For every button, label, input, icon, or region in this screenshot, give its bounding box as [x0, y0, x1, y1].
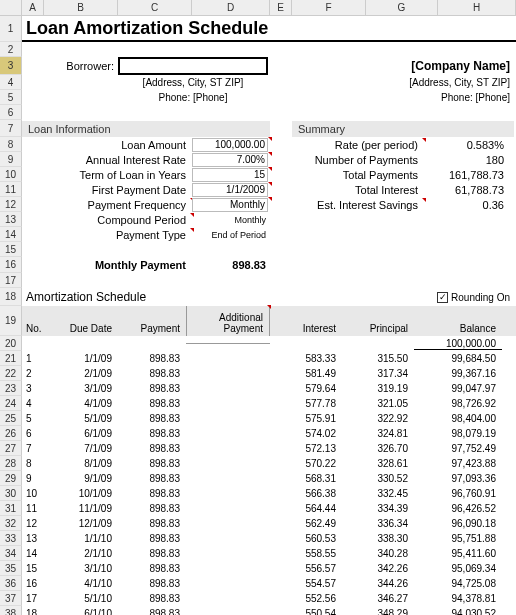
cell-principal: 348.29	[342, 608, 414, 615]
row-num[interactable]: 14	[0, 227, 22, 242]
col-d[interactable]: D	[192, 0, 270, 15]
borrower-input[interactable]	[118, 57, 268, 75]
row-num[interactable]: 13	[0, 212, 22, 227]
cell-due: 9/1/09	[52, 473, 118, 484]
cell-payment: 898.83	[118, 383, 186, 394]
row-num[interactable]: 36	[0, 576, 22, 591]
row-num[interactable]: 32	[0, 516, 22, 531]
cell-payment: 898.83	[118, 608, 186, 615]
row-num[interactable]: 38	[0, 606, 22, 615]
table-row[interactable]: 301010/1/09898.83566.38332.4596,760.91	[0, 486, 516, 501]
first-date-input[interactable]: 1/1/2009	[192, 183, 268, 197]
cell-no: 18	[22, 608, 52, 615]
row-num[interactable]: 16	[0, 257, 22, 273]
col-b[interactable]: B	[44, 0, 118, 15]
table-row[interactable]: 33131/1/10898.83560.53338.3095,751.88	[0, 531, 516, 546]
freq-select[interactable]: Monthly	[192, 198, 268, 212]
row-num[interactable]: 20	[0, 336, 22, 351]
row-num[interactable]: 27	[0, 441, 22, 456]
row-num[interactable]: 15	[0, 242, 22, 257]
row-num[interactable]: 2	[0, 42, 22, 57]
row-num[interactable]: 33	[0, 531, 22, 546]
row-num[interactable]: 7	[0, 120, 22, 137]
row-num[interactable]: 1	[0, 16, 22, 42]
cell-due: 3/1/09	[52, 383, 118, 394]
col-e[interactable]: E	[270, 0, 292, 15]
row-num[interactable]: 12	[0, 197, 22, 212]
table-row[interactable]: 2666/1/09898.83574.02324.8198,079.19	[0, 426, 516, 441]
col-h[interactable]: H	[438, 0, 516, 15]
ptype-select[interactable]: End of Period	[192, 230, 268, 240]
row-num[interactable]: 31	[0, 501, 22, 516]
table-row[interactable]: 2888/1/09898.83570.22328.6197,423.88	[0, 456, 516, 471]
table-row[interactable]: 36164/1/10898.83554.57344.2694,725.08	[0, 576, 516, 591]
table-row[interactable]: 2111/1/09898.83583.33315.5099,684.50	[0, 351, 516, 366]
row-num[interactable]: 19	[0, 306, 22, 336]
row-num[interactable]: 10	[0, 167, 22, 182]
table-row[interactable]: 2999/1/09898.83568.31330.5297,093.36	[0, 471, 516, 486]
row-num[interactable]: 35	[0, 561, 22, 576]
row-num[interactable]: 11	[0, 182, 22, 197]
row-num[interactable]: 6	[0, 105, 22, 120]
table-row[interactable]: 37175/1/10898.83552.56346.2794,378.81	[0, 591, 516, 606]
compound-select[interactable]: Monthly	[192, 215, 268, 225]
table-row[interactable]: 2777/1/09898.83572.13326.7097,752.49	[0, 441, 516, 456]
company-phone: Phone: [Phone]	[441, 92, 516, 103]
table-row[interactable]: 35153/1/10898.83556.57342.2695,069.34	[0, 561, 516, 576]
row-num[interactable]: 26	[0, 426, 22, 441]
cell-principal: 317.34	[342, 368, 414, 379]
cell-due: 4/1/09	[52, 398, 118, 409]
rounding-toggle[interactable]: ✓ Rounding On	[437, 292, 516, 303]
cell-due: 4/1/10	[52, 578, 118, 589]
loan-amount-input[interactable]: 100,000.00	[192, 138, 268, 152]
row-num[interactable]: 4	[0, 75, 22, 90]
row-num[interactable]: 5	[0, 90, 22, 105]
row-num[interactable]: 29	[0, 471, 22, 486]
table-row[interactable]: 38186/1/10898.83550.54348.2994,030.52	[0, 606, 516, 615]
page-title: Loan Amortization Schedule	[22, 16, 516, 42]
table-row[interactable]: 2555/1/09898.83575.91322.9298,404.00	[0, 411, 516, 426]
table-row[interactable]: 34142/1/10898.83558.55340.2895,411.60	[0, 546, 516, 561]
cell-principal: 324.81	[342, 428, 414, 439]
row-num[interactable]: 24	[0, 396, 22, 411]
row-num[interactable]: 21	[0, 351, 22, 366]
table-row[interactable]: 2222/1/09898.83581.49317.3499,367.16	[0, 366, 516, 381]
annual-rate-input[interactable]: 7.00%	[192, 153, 268, 167]
term-input[interactable]: 15	[192, 168, 268, 182]
table-row[interactable]: 321212/1/09898.83562.49336.3496,090.18	[0, 516, 516, 531]
table-row[interactable]: 2444/1/09898.83577.78321.0598,726.92	[0, 396, 516, 411]
row-num[interactable]: 22	[0, 366, 22, 381]
row-num[interactable]: 34	[0, 546, 22, 561]
first-date-label: First Payment Date	[22, 184, 192, 196]
col-c[interactable]: C	[118, 0, 192, 15]
savings-label: Est. Interest Savings	[288, 199, 424, 211]
cell-payment: 898.83	[118, 503, 186, 514]
row-num[interactable]: 3	[0, 57, 22, 75]
cell-balance: 98,404.00	[414, 413, 502, 424]
table-row[interactable]: 2333/1/09898.83579.64319.1999,047.97	[0, 381, 516, 396]
cell-no: 5	[22, 413, 52, 424]
col-f[interactable]: F	[292, 0, 366, 15]
row-num[interactable]: 9	[0, 152, 22, 167]
cell-interest: 552.56	[270, 593, 342, 604]
loan-info-header: Loan Information	[22, 121, 270, 137]
cell-no: 6	[22, 428, 52, 439]
table-row[interactable]: 311111/1/09898.83564.44334.3996,426.52	[0, 501, 516, 516]
cell-balance: 99,367.16	[414, 368, 502, 379]
row-num[interactable]: 18	[0, 288, 22, 306]
cell-principal: 346.27	[342, 593, 414, 604]
row-num[interactable]: 17	[0, 273, 22, 288]
cell-interest: 560.53	[270, 533, 342, 544]
th-no: No.	[22, 306, 52, 336]
row-num[interactable]: 28	[0, 456, 22, 471]
row-num[interactable]: 25	[0, 411, 22, 426]
cell-interest: 579.64	[270, 383, 342, 394]
col-g[interactable]: G	[366, 0, 438, 15]
cell-no: 17	[22, 593, 52, 604]
cell-principal: 342.26	[342, 563, 414, 574]
row-num[interactable]: 23	[0, 381, 22, 396]
row-num[interactable]: 30	[0, 486, 22, 501]
row-num[interactable]: 37	[0, 591, 22, 606]
col-a[interactable]: A	[22, 0, 44, 15]
row-num[interactable]: 8	[0, 137, 22, 152]
